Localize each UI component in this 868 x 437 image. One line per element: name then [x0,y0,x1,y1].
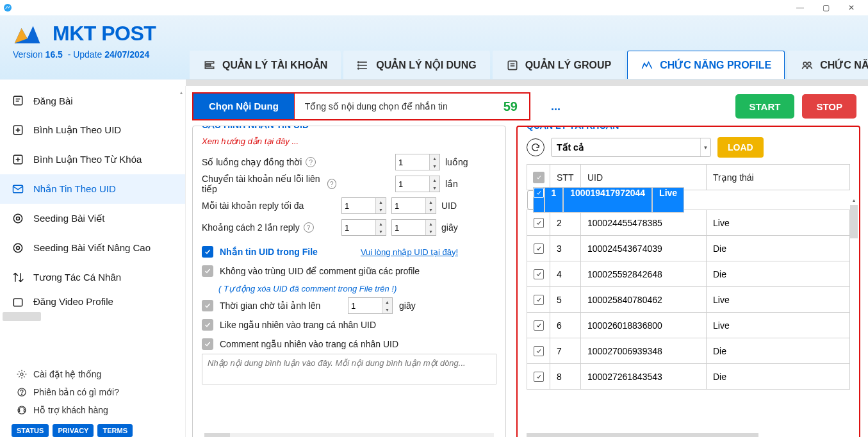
row-checkbox[interactable] [534,346,544,356]
table-row[interactable]: 4100025592842648Die [527,261,850,287]
sidebar-scroll-up[interactable] [177,86,185,99]
app-header: MKT POST Version 16.5 - Update 24/07/202… [0,15,868,79]
help-icon[interactable]: ? [304,222,314,233]
chip-terms[interactable]: TERMS [97,424,133,437]
stop-button[interactable]: STOP [802,94,856,119]
tab-group[interactable]: QUẢN LÝ GROUP [493,51,625,79]
sidebar-link-settings[interactable]: Cài đặt hệ thống [12,365,174,383]
checkbox-comment-random[interactable] [202,338,213,350]
sidebar-item-comment-keyword[interactable]: Bình Luận Theo Từ Khóa [0,145,185,174]
content-summary-box: Chọn Nội Dung Tổng số nội dung chọn để n… [192,92,530,120]
comment-content-textarea[interactable] [202,354,496,384]
table-row[interactable]: 1100019417972044Live [527,190,550,210]
refresh-button[interactable] [527,138,545,156]
table-row[interactable]: 7100027006939348Die [527,338,850,364]
cell-status: Die [707,236,850,261]
table-row[interactable]: 3100024543674039Die [527,236,850,261]
label-no-dup-uid: Không vào trùng UID để comment giữa các … [220,266,420,276]
row-checkbox[interactable] [534,243,544,254]
tab-group-functions[interactable]: CHỨC NĂNG GROUP [787,51,868,79]
content-area: Chọn Nội Dung Tổng số nội dung chọn để n… [186,86,868,437]
row-checkbox[interactable] [534,188,544,198]
input-reply-gap-b[interactable]: ▲▼ [391,219,436,236]
accounts-panel-title: QUẢN LÝ TÀI KHOẢN [524,126,621,131]
label-uid-in-file: Nhắn tin UID trong File [220,247,318,257]
choose-content-button[interactable]: Chọn Nội Dung [193,94,295,119]
window-minimize[interactable]: — [794,3,807,12]
sidebar-link-support[interactable]: Hỗ trợ khách hàng [12,401,174,419]
svg-point-26 [17,217,20,220]
input-switch-error[interactable]: ▲▼ [395,176,440,192]
start-button[interactable]: START [735,94,795,119]
table-row[interactable]: 6100026018836800Live [527,313,850,338]
chip-status[interactable]: STATUS [12,424,49,437]
svg-rect-35 [24,409,25,411]
window-close[interactable]: ✕ [845,3,858,12]
checkbox-wait-image[interactable] [202,300,213,311]
checkbox-no-dup-uid[interactable] [202,265,213,277]
checkbox-like-random[interactable] [202,319,213,331]
tab-content[interactable]: QUẢN LÝ NỘI DUNG [343,51,489,79]
load-button[interactable]: LOAD [717,137,764,158]
cell-stt: 8 [550,364,581,390]
filter-select[interactable]: Tất cả▼ [551,138,711,157]
help-icon[interactable]: ? [327,179,337,189]
cell-uid: 100027006939348 [581,338,707,364]
config-panel-title: CẤU HÌNH NHẮN TIN UID [199,126,311,130]
input-reply-gap-a[interactable]: ▲▼ [341,219,386,236]
input-threads[interactable]: ▲▼ [395,154,440,170]
more-menu[interactable]: ... [538,100,573,113]
cell-status: Live [652,187,684,213]
cell-status: Die [707,338,850,364]
table-row[interactable]: 2100024455478385Live [527,210,850,236]
sidebar-item-comment-uid[interactable]: Bình Luận Theo UID [0,115,185,145]
accounts-table: STT UID Trạng thái 1100019417972044Live2… [527,164,850,390]
label-max-reply: Mỗi tài khoản reply tối đa [202,201,304,211]
input-wait-image[interactable]: ▲▼ [348,297,393,314]
accounts-hscroll[interactable] [518,433,859,437]
svg-rect-2 [205,64,210,66]
cell-uid: 100019417972044 [563,187,652,213]
sidebar-hscroll[interactable] [0,311,185,322]
checkbox-uid-in-file[interactable] [202,246,213,258]
col-uid: UID [581,165,707,190]
sidebar-item-message-uid[interactable]: Nhắn Tin Theo UID [0,174,185,204]
window-maximize[interactable]: ▢ [819,3,832,12]
input-max-reply-b[interactable]: ▲▼ [391,197,436,214]
config-hscroll[interactable]: ◂▸ [193,433,505,437]
row-checkbox[interactable] [534,320,544,331]
label-reply-gap: Khoảng cách 2 lần reply [202,222,300,233]
sidebar-item-seeding-advanced[interactable]: Seeding Bài Viết Nâng Cao [0,233,185,263]
brand-version: Version 16.5 - Update 24/07/2024 [13,49,173,60]
cell-status: Live [707,287,850,313]
config-guide-link[interactable]: Xem hướng dẫn tại đây ... [202,136,496,146]
checkbox-select-all[interactable] [533,172,545,183]
accounts-vscroll[interactable]: ▴ [850,197,858,429]
svg-rect-15 [13,96,22,104]
sidebar-item-personal-interact[interactable]: Tương Tác Cá Nhân [0,263,185,292]
row-checkbox[interactable] [534,295,544,305]
note-auto-delete: ( Tự động xóa UID đã comment trong File … [202,281,496,296]
input-max-reply-a[interactable]: ▲▼ [341,197,386,214]
sidebar-item-post[interactable]: Đăng Bài [0,86,185,115]
link-enter-uid[interactable]: Vui lòng nhập UID tại đây! [361,247,458,257]
unit-reply-gap: giây [441,222,467,233]
label-comment-random: Comment ngẫu nhiên vào trang cá nhân UID [220,339,398,349]
table-row[interactable]: 5100025840780462Live [527,287,850,313]
row-checkbox[interactable] [534,269,544,279]
tab-accounts[interactable]: QUẢN LÝ TÀI KHOẢN [190,51,341,79]
label-wait-image: Thời gian chờ tải ảnh lên [220,301,341,311]
help-icon[interactable]: ? [306,157,316,167]
tab-profile-functions[interactable]: CHỨC NĂNG PROFILE [627,51,785,79]
sidebar-item-video-profile[interactable]: Đăng Video Profile [0,292,185,311]
row-checkbox[interactable] [534,218,544,228]
table-row[interactable]: 8100027261843543Die [527,364,850,390]
row-checkbox[interactable] [534,372,544,382]
svg-point-32 [21,394,22,395]
sidebar-item-seeding[interactable]: Seeding Bài Viết [0,204,185,233]
unit-threads: luồng [445,157,471,167]
svg-rect-29 [13,299,22,306]
chip-privacy[interactable]: PRIVACY [53,424,94,437]
sidebar-link-whatsnew[interactable]: Phiên bản có gì mới? [12,383,174,401]
cell-stt: 7 [550,338,581,364]
